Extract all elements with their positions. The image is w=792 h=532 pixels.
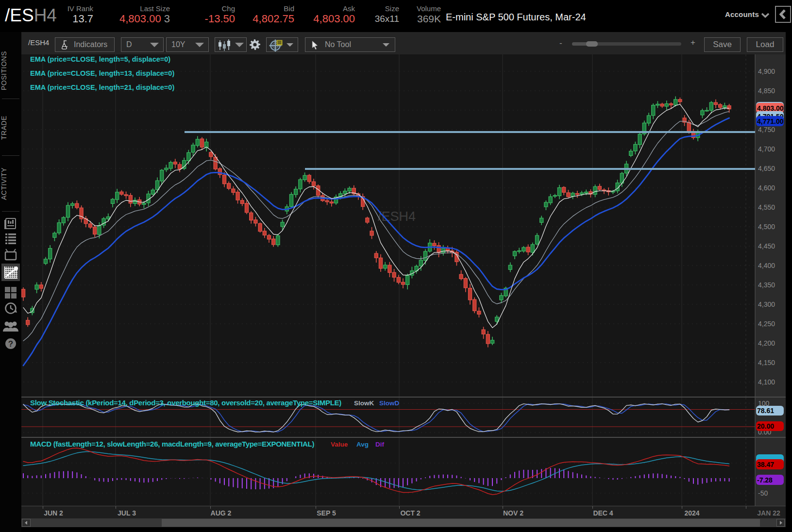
svg-text:78.61: 78.61 bbox=[757, 407, 774, 415]
svg-text:20.00: 20.00 bbox=[757, 422, 774, 430]
svg-text:-50: -50 bbox=[758, 489, 768, 497]
svg-text:4,850: 4,850 bbox=[758, 87, 775, 95]
svg-text:4,100: 4,100 bbox=[758, 378, 775, 386]
svg-text:MACD (fastLength=12, slowLengt: MACD (fastLength=12, slowLength=26, macd… bbox=[30, 440, 314, 448]
svg-text:SlowK: SlowK bbox=[354, 399, 374, 407]
svg-text:4,700: 4,700 bbox=[758, 145, 775, 153]
svg-text:Dif: Dif bbox=[375, 441, 385, 448]
svg-text:Slow Stochastic (kPeriod=14, d: Slow Stochastic (kPeriod=14, dPeriod=3, … bbox=[30, 399, 341, 407]
svg-text:Value: Value bbox=[331, 441, 348, 448]
svg-text:4,600: 4,600 bbox=[758, 184, 775, 192]
svg-text:4,500: 4,500 bbox=[758, 223, 775, 231]
svg-text:4,750: 4,750 bbox=[758, 126, 775, 133]
svg-text:4,803.00: 4,803.00 bbox=[757, 104, 784, 112]
svg-text:4,200: 4,200 bbox=[758, 339, 775, 347]
svg-text:-7.28: -7.28 bbox=[757, 476, 773, 484]
svg-text:4,350: 4,350 bbox=[758, 281, 775, 289]
svg-text:4,250: 4,250 bbox=[758, 320, 775, 328]
svg-text:38.47: 38.47 bbox=[757, 461, 774, 468]
svg-text:SlowD: SlowD bbox=[379, 399, 400, 407]
svg-text:4,900: 4,900 bbox=[758, 67, 775, 75]
svg-text:4,771.00: 4,771.00 bbox=[757, 117, 784, 125]
svg-text:Avg: Avg bbox=[356, 441, 369, 448]
svg-text:4,650: 4,650 bbox=[758, 165, 775, 172]
svg-text:EMA (price=CLOSE, length=21, d: EMA (price=CLOSE, length=21, displace=0) bbox=[30, 83, 174, 91]
svg-text:EMA (price=CLOSE, length=5, di: EMA (price=CLOSE, length=5, displace=0) bbox=[30, 55, 170, 63]
svg-text:EMA (price=CLOSE, length=13, d: EMA (price=CLOSE, length=13, displace=0) bbox=[30, 69, 174, 77]
svg-text:4,300: 4,300 bbox=[758, 300, 775, 308]
svg-text:?: ? bbox=[8, 339, 13, 349]
svg-text:4,450: 4,450 bbox=[758, 242, 775, 250]
svg-text:4,550: 4,550 bbox=[758, 203, 775, 211]
svg-text:4,150: 4,150 bbox=[758, 359, 775, 366]
svg-text:4,400: 4,400 bbox=[758, 262, 775, 269]
